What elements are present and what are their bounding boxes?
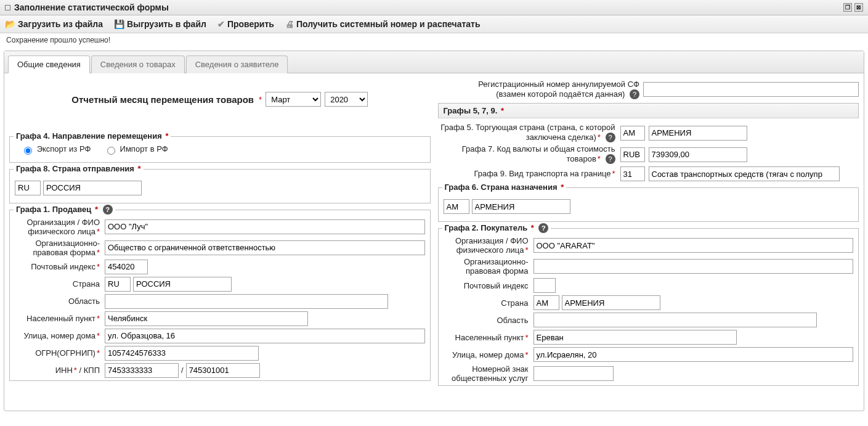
g1-ogrn-input[interactable] — [105, 346, 259, 361]
help-icon[interactable]: ? — [630, 89, 639, 99]
g1-country-code-input[interactable] — [105, 277, 131, 292]
g8-country-name-input[interactable] — [43, 181, 142, 195]
g6-country-code-input[interactable] — [444, 199, 469, 214]
toolbar-export-button[interactable]: 💾 Выгрузить в файл — [114, 19, 206, 29]
g2-org-input[interactable] — [533, 238, 854, 253]
required-marker: * — [561, 182, 564, 192]
g1-city-label: Населенный пункт* — [15, 314, 102, 323]
g8-country-code-input[interactable] — [15, 181, 41, 195]
right-column: Регистрационный номер аннулируемой СФ (в… — [438, 80, 859, 392]
toolbar-print-label: Получить системный номер и распечатать — [296, 19, 481, 29]
g1-street-input[interactable] — [105, 329, 425, 343]
window-titlebar: Заполнение статистической формы ❐ ⊠ — [0, 0, 868, 15]
g1-legend-text: Графа 1. Продавец — [16, 205, 91, 214]
g2-org-label: Организация / ФИО физического лица* — [444, 236, 531, 255]
g1-city-input[interactable] — [105, 311, 308, 326]
g2-form-input[interactable] — [533, 259, 854, 274]
g9-code-input[interactable] — [620, 166, 645, 181]
g4-export-radio[interactable] — [24, 147, 32, 155]
tab-goods[interactable]: Сведения о товарах — [91, 55, 185, 73]
window-close-button[interactable]: ⊠ — [854, 3, 863, 12]
window-title: Заполнение статистической формы — [14, 2, 169, 12]
required-marker: * — [95, 205, 98, 214]
tabset: Общие сведения Сведения о товарах Сведен… — [4, 51, 864, 411]
g1-inn-label: ИНН* / КПП — [15, 366, 102, 375]
tab-applicant[interactable]: Сведения о заявителе — [186, 55, 288, 73]
required-marker: * — [501, 106, 504, 115]
g5-code-input[interactable] — [620, 126, 645, 141]
toolbar-print-button[interactable]: 🖨 Получить системный номер и распечатать — [285, 19, 481, 29]
g1-inn-input[interactable] — [105, 363, 179, 378]
g1-zip-input[interactable] — [105, 260, 148, 274]
g6-legend-text: Графа 6. Страна назначения — [445, 182, 558, 192]
regnum-label: Регистрационный номер аннулируемой СФ (в… — [478, 80, 639, 99]
g4-import-radio-label[interactable]: Импорт в РФ — [104, 144, 168, 154]
toolbar: 📂 Загрузить из файла 💾 Выгрузить в файл … — [0, 15, 868, 33]
tab-general-label: Общие сведения — [17, 60, 81, 69]
g5-name-input[interactable] — [649, 126, 747, 141]
g1-zip-label: Почтовый индекс* — [15, 262, 102, 271]
g2-country-code-input[interactable] — [533, 295, 559, 310]
g2-nzou-input[interactable] — [533, 366, 614, 381]
check-icon: ✔ — [217, 19, 225, 29]
g4-legend: Графа 4. Направление перемещения * — [14, 131, 171, 141]
g2-form-label: Организационно-правовая форма — [444, 257, 531, 276]
report-period-label: Отчетный месяц перемещения товаров — [71, 94, 254, 105]
required-marker: * — [138, 164, 141, 173]
g1-region-label: Область — [15, 297, 102, 306]
g2-legend: Графа 2. Покупатель * ? — [442, 223, 551, 233]
g6-country-name-input[interactable] — [472, 199, 570, 214]
toolbar-load-button[interactable]: 📂 Загрузить из файла — [5, 19, 103, 29]
g4-export-radio-label[interactable]: Экспорт из РФ — [21, 144, 93, 154]
g9-label: Графа 9. Вид транспорта на границе* — [438, 170, 617, 179]
tab-general[interactable]: Общие сведения — [8, 55, 90, 73]
g2-legend-text: Графа 2. Покупатель — [445, 223, 528, 232]
g1-org-input[interactable] — [105, 219, 425, 234]
report-period-row: Отчетный месяц перемещения товаров * Мар… — [9, 91, 431, 112]
g4-import-radio[interactable] — [107, 147, 115, 155]
g2-street-label: Улица, номер дома* — [444, 350, 531, 359]
regnum-input[interactable] — [643, 82, 859, 97]
g2-city-label: Населенный пункт* — [444, 333, 531, 342]
report-year-select[interactable]: 2020 — [325, 92, 368, 107]
g2-city-input[interactable] — [533, 330, 737, 345]
g1-country-label: Страна — [15, 279, 102, 289]
g2-zip-input[interactable] — [533, 278, 556, 293]
tab-goods-label: Сведения о товарах — [100, 60, 176, 69]
g9-desc-input[interactable] — [649, 166, 840, 181]
g1-form-input[interactable] — [105, 240, 425, 255]
g1-country-name-input[interactable] — [133, 277, 232, 292]
toolbar-export-label: Выгрузить в файл — [127, 19, 206, 29]
toolbar-check-label: Проверить — [227, 19, 274, 29]
g1-org-label: Организация / ФИО физического лица* — [15, 218, 102, 236]
g2-region-input[interactable] — [533, 313, 817, 327]
inn-kpp-sep: / — [181, 366, 184, 375]
g1-kpp-input[interactable] — [186, 363, 260, 378]
report-month-select[interactable]: Март — [266, 92, 321, 107]
toolbar-check-button[interactable]: ✔ Проверить — [217, 19, 274, 29]
tabstrip: Общие сведения Сведения о товарах Сведен… — [4, 51, 864, 73]
printer-icon: 🖨 — [285, 19, 294, 29]
help-icon[interactable]: ? — [538, 223, 548, 233]
g4-export-text: Экспорт из РФ — [37, 144, 91, 154]
g1-street-label: Улица, номер дома* — [15, 331, 102, 340]
g4-legend-text: Графа 4. Направление перемещения — [16, 131, 162, 141]
g2-fieldset: Графа 2. Покупатель * ? Организация / ФИ… — [438, 228, 859, 386]
g8-fieldset: Графа 8. Страна отправления * — [9, 169, 431, 203]
window-sysmenu-icon — [5, 5, 10, 10]
g2-country-name-input[interactable] — [562, 295, 660, 310]
g2-street-input[interactable] — [533, 347, 854, 362]
tab-body: Отчетный месяц перемещения товаров * Мар… — [4, 73, 864, 411]
g7-amount-input[interactable] — [649, 147, 747, 162]
download-icon: 💾 — [114, 19, 124, 29]
g1-region-input[interactable] — [105, 294, 388, 309]
g5-label: Графа 5. Торгующая страна (страна, с кот… — [438, 123, 617, 142]
g7-currency-input[interactable] — [620, 147, 645, 162]
help-icon[interactable]: ? — [606, 154, 615, 164]
help-icon[interactable]: ? — [103, 205, 113, 215]
regnum-row: Регистрационный номер аннулируемой СФ (в… — [438, 80, 859, 99]
window-restore-button[interactable]: ❐ — [843, 3, 852, 12]
g579-header: Графы 5, 7, 9. * — [438, 103, 859, 118]
g2-nzou-label: Номерной знак общественных услуг — [444, 364, 531, 383]
help-icon[interactable]: ? — [606, 133, 615, 142]
